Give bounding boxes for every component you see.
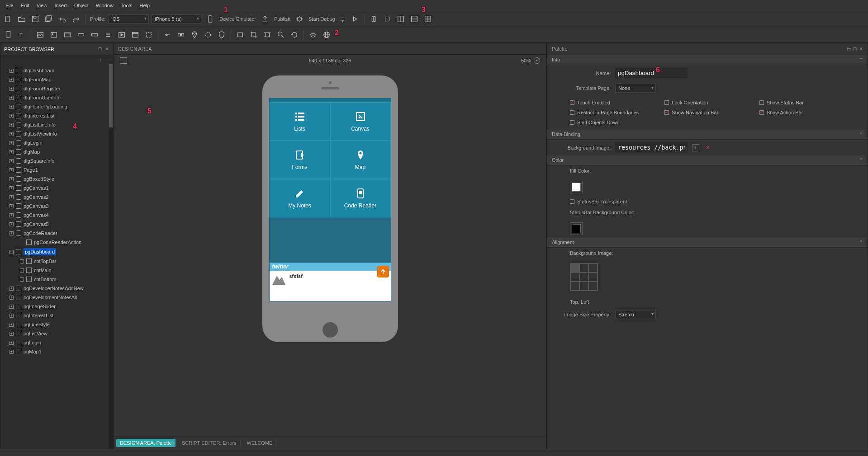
tree-item[interactable]: +pgBoxedStyle — [0, 174, 113, 183]
device-dropdown[interactable]: iPhone 5 (s) — [152, 14, 201, 24]
device-view-icon[interactable] — [120, 57, 127, 64]
scrollbar[interactable] — [109, 64, 113, 449]
undo-icon[interactable] — [58, 14, 67, 24]
expander-icon[interactable]: + — [9, 150, 14, 154]
sort-down-icon[interactable]: ↓ — [100, 57, 102, 62]
expander-icon[interactable]: + — [9, 287, 14, 291]
align-mid-right[interactable] — [588, 273, 598, 282]
tree-item[interactable]: +pgLineStyle — [0, 320, 113, 329]
menu-object[interactable]: Object — [71, 2, 91, 9]
tree-item[interactable]: +cntTopBar — [0, 257, 113, 266]
tree-item[interactable]: +pgInterestList — [0, 311, 113, 320]
expander-icon[interactable]: − — [9, 250, 14, 254]
expander-icon[interactable]: + — [9, 96, 14, 100]
tree-item[interactable]: +dlgInterestList — [0, 111, 113, 120]
layout1-icon[interactable] — [396, 14, 405, 24]
save-icon[interactable] — [31, 14, 40, 24]
expander-icon[interactable]: + — [9, 78, 14, 82]
data-binding-section[interactable]: Data Binding ⌃ — [547, 130, 868, 140]
tree-item[interactable]: +dlgSquareInfo — [0, 156, 113, 165]
pause-icon[interactable] — [369, 14, 378, 24]
profile-dropdown[interactable]: iOS — [108, 14, 149, 24]
color-section[interactable]: Color ⌃ — [547, 155, 868, 165]
statusbar-bg-swatch[interactable] — [572, 224, 581, 233]
align-top-left[interactable] — [570, 263, 579, 273]
expander-icon[interactable]: + — [9, 186, 14, 190]
bg-image-input[interactable] — [615, 142, 688, 153]
refresh-icon[interactable] — [290, 30, 299, 39]
dashboard-tile[interactable]: My Notes — [270, 179, 330, 217]
collapse-icon[interactable]: ⌃ — [859, 157, 863, 163]
bounds-icon[interactable] — [263, 30, 272, 39]
expander-icon[interactable]: + — [9, 123, 14, 127]
tree-item[interactable]: +Page1 — [0, 165, 113, 174]
cb-shift-objects-down[interactable]: Shift Objects Down — [570, 120, 655, 125]
expander-icon[interactable]: + — [9, 350, 14, 354]
expander-icon[interactable]: + — [20, 268, 24, 273]
tree-item[interactable]: +pgCodeReader — [0, 229, 113, 238]
expander-icon[interactable]: + — [20, 259, 24, 263]
cb-restrict-boundaries[interactable]: Restrict in Page Boundaries — [570, 110, 655, 115]
bottom-tab[interactable]: WELCOME — [243, 439, 277, 447]
crop-icon[interactable] — [249, 30, 258, 39]
close-icon[interactable]: ✕ — [105, 46, 109, 52]
rect-icon[interactable] — [236, 30, 245, 39]
expander-icon[interactable]: + — [9, 222, 14, 226]
image-icon[interactable] — [36, 30, 45, 39]
menu-help[interactable]: Help — [137, 2, 153, 9]
name-input[interactable] — [615, 68, 688, 78]
design-canvas[interactable]: 5 ListsCanvasFormsMapMy NotesCode Reader… — [114, 66, 546, 437]
expander-icon[interactable]: + — [9, 213, 14, 217]
cb-show-status-bar[interactable]: Show Status Bar — [759, 100, 845, 105]
menu-edit[interactable]: Edit — [18, 2, 32, 9]
publish-icon[interactable] — [261, 14, 270, 24]
text-format-icon[interactable]: T — [17, 30, 26, 39]
dashboard-tile[interactable]: Map — [330, 141, 391, 179]
expander-icon[interactable]: + — [9, 69, 14, 73]
tree-item[interactable]: +dlgMap — [0, 147, 113, 156]
close-icon[interactable]: ✕ — [859, 46, 863, 52]
cb-show-action-bar[interactable]: Show Action Bar — [759, 110, 845, 115]
image-size-dropdown[interactable]: Stretch — [615, 310, 656, 319]
upload-icon[interactable] — [377, 266, 389, 277]
tree-item[interactable]: +dlgListViewInfo — [0, 129, 113, 138]
align-bot-right[interactable] — [588, 282, 598, 291]
expander-icon[interactable]: + — [9, 231, 14, 235]
expander-icon[interactable]: + — [20, 277, 24, 282]
phone-screen[interactable]: ListsCanvasFormsMapMy NotesCode Reader t… — [269, 98, 391, 301]
image-a-icon[interactable] — [49, 30, 58, 39]
start-debug-label[interactable]: Start Debug — [308, 16, 335, 22]
tree-item[interactable]: +cntBottom — [0, 275, 113, 284]
dashboard-tile[interactable]: Forms — [270, 141, 330, 179]
open-folder-icon[interactable] — [17, 14, 26, 24]
new-file-icon[interactable] — [4, 14, 13, 24]
collapse-icon[interactable]: ⌃ — [859, 132, 863, 137]
globe-icon[interactable] — [322, 30, 331, 39]
tree-item[interactable]: +pgDevelopmentNotesAll — [0, 293, 113, 302]
tree-item[interactable]: +dlgFormRegister — [0, 84, 113, 93]
tab-icon[interactable] — [63, 30, 72, 39]
align-top-right[interactable] — [588, 263, 598, 273]
minimize-icon[interactable]: ▭ — [847, 46, 851, 52]
pin-icon[interactable]: ⊓ — [98, 46, 102, 52]
play-icon[interactable] — [117, 30, 126, 39]
redo-icon[interactable] — [71, 14, 81, 24]
tree-item[interactable]: +dlgDashboard — [0, 66, 113, 75]
tree-item[interactable]: +pgListView — [0, 329, 113, 338]
expander-icon[interactable]: + — [9, 314, 14, 318]
info-section-tab[interactable]: Info ⌃ — [547, 55, 868, 65]
menu-insert[interactable]: Insert — [52, 2, 70, 9]
gear-icon[interactable] — [308, 30, 318, 39]
layout3-icon[interactable] — [423, 14, 432, 24]
dashboard-tile[interactable]: Lists — [270, 102, 330, 141]
tree-item[interactable]: +dlgHomePgLoading — [0, 102, 113, 111]
delete-icon[interactable]: ✕ — [704, 144, 711, 151]
collapse-icon[interactable]: ⌃ — [859, 240, 863, 245]
expander-icon[interactable]: + — [9, 114, 14, 118]
cb-touch-enabled[interactable]: Touch Enabled — [570, 100, 655, 105]
debug-icon[interactable] — [295, 14, 304, 24]
input-icon[interactable] — [90, 30, 99, 39]
tree-item[interactable]: +dlgListLineInfo — [0, 120, 113, 129]
align-top-center[interactable] — [579, 263, 588, 273]
button-icon[interactable] — [76, 30, 85, 39]
